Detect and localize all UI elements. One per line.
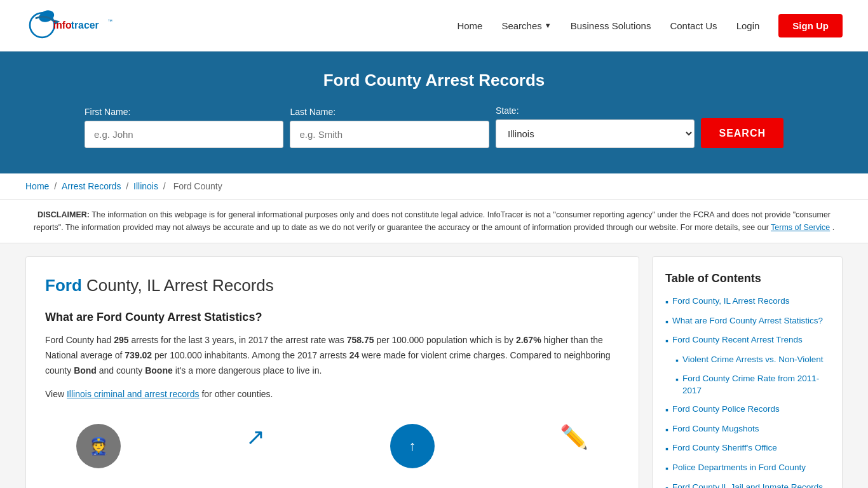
- search-button[interactable]: SEARCH: [701, 118, 783, 148]
- article-paragraph2: View Illinois criminal and arrest record…: [45, 387, 620, 402]
- disclaimer-label: DISCLAIMER:: [37, 210, 90, 219]
- first-name-input[interactable]: [85, 121, 283, 148]
- para2-suffix: for other counties.: [200, 389, 273, 399]
- toc-link-9[interactable]: Police Departments in Ford County: [672, 462, 806, 474]
- toc-item-1: Ford County, IL Arrest Records: [665, 295, 829, 309]
- icon-item-1: 👮: [76, 424, 121, 468]
- toc-item-7: Ford County Mugshots: [665, 423, 829, 437]
- breadcrumb-illinois[interactable]: Illinois: [133, 181, 158, 191]
- nav-signup[interactable]: Sign Up: [778, 14, 843, 37]
- article-title: Ford County, IL Arrest Records: [45, 276, 620, 295]
- toc-item-2: What are Ford County Arrest Statistics?: [665, 315, 829, 329]
- article-section: Ford County, IL Arrest Records What are …: [25, 256, 639, 488]
- pencil-icon: ✏️: [560, 424, 588, 451]
- arrest-stats-icon: 👮: [76, 424, 121, 468]
- nav-login[interactable]: Login: [736, 20, 760, 31]
- toc-item-8: Ford County Sheriff's Office: [665, 442, 829, 456]
- main-content: Ford County, IL Arrest Records What are …: [0, 243, 868, 488]
- icon-item-2: ↗: [246, 424, 265, 468]
- toc-link-4[interactable]: Violent Crime Arrests vs. Non-Violent: [682, 354, 824, 366]
- nav-searches-link[interactable]: Searches: [501, 20, 541, 31]
- hero-title: Ford County Arrest Records: [25, 71, 843, 90]
- toc-link-1[interactable]: Ford County, IL Arrest Records: [672, 295, 790, 308]
- disclaimer-tos-link[interactable]: Terms of Service: [771, 223, 830, 232]
- breadcrumb-arrest-records[interactable]: Arrest Records: [62, 181, 121, 191]
- toc-link-6[interactable]: Ford County Police Records: [672, 403, 780, 416]
- toc-link-2[interactable]: What are Ford County Arrest Statistics?: [672, 315, 823, 327]
- icons-row: 👮 ↗ ↑ ✏️: [45, 411, 620, 468]
- trend-arrow-icon: ↗: [246, 424, 265, 451]
- state-select[interactable]: Illinois Alabama Alaska Arizona Californ…: [496, 119, 695, 148]
- toc-item-5: Ford County Crime Rate from 2011-2017: [675, 373, 829, 397]
- toc-list: Ford County, IL Arrest Records What are …: [665, 295, 829, 488]
- toc-title: Table of Contents: [665, 272, 829, 285]
- state-label: State:: [496, 105, 519, 116]
- first-name-label: First Name:: [85, 107, 130, 117]
- scroll-top-icon[interactable]: ↑: [390, 424, 435, 468]
- toc-link-10[interactable]: Ford County,IL Jail and Inmate Records: [672, 482, 823, 488]
- chevron-down-icon: ▼: [545, 22, 552, 29]
- toc-link-7[interactable]: Ford County Mugshots: [672, 423, 759, 435]
- last-name-group: Last Name:: [290, 107, 489, 148]
- icon-item-3: ↑: [390, 424, 435, 468]
- toc-section: Table of Contents Ford County, IL Arrest…: [652, 256, 843, 488]
- breadcrumb-sep1: /: [54, 181, 59, 191]
- svg-text:™: ™: [108, 18, 113, 24]
- disclaimer-text: The information on this webpage is for g…: [34, 210, 831, 232]
- site-header: info tracer ™ Home Searches ▼ Business S…: [0, 0, 868, 51]
- state-group: State: Illinois Alabama Alaska Arizona C…: [496, 105, 695, 148]
- illinois-records-link[interactable]: Illinois criminal and arrest records: [67, 389, 200, 399]
- toc-item-9: Police Departments in Ford County: [665, 462, 829, 475]
- toc-item-6: Ford County Police Records: [665, 403, 829, 417]
- article-title-rest: County, IL Arrest Records: [82, 276, 274, 295]
- disclaimer-section: DISCLAIMER: The information on this webp…: [0, 200, 868, 243]
- nav-contact-us[interactable]: Contact Us: [670, 20, 717, 31]
- first-name-group: First Name:: [85, 107, 283, 148]
- breadcrumb: Home / Arrest Records / Illinois / Ford …: [0, 173, 868, 200]
- icon-item-4: ✏️: [560, 424, 588, 468]
- breadcrumb-sep3: /: [163, 181, 168, 191]
- nav-searches[interactable]: Searches ▼: [501, 20, 551, 31]
- svg-text:tracer: tracer: [71, 20, 99, 30]
- last-name-label: Last Name:: [290, 107, 336, 117]
- toc-item-4: Violent Crime Arrests vs. Non-Violent: [675, 354, 829, 367]
- toc-item-3: Ford County Recent Arrest Trends: [665, 334, 829, 348]
- breadcrumb-ford-county: Ford County: [173, 181, 222, 191]
- toc-link-5[interactable]: Ford County Crime Rate from 2011-2017: [682, 373, 829, 397]
- last-name-input[interactable]: [290, 121, 489, 148]
- logo[interactable]: info tracer ™: [25, 6, 114, 44]
- disclaimer-suffix: .: [832, 223, 834, 232]
- hero-section: Ford County Arrest Records First Name: L…: [0, 51, 868, 173]
- main-nav: Home Searches ▼ Business Solutions Conta…: [457, 14, 843, 37]
- breadcrumb-home[interactable]: Home: [25, 181, 49, 191]
- breadcrumb-sep2: /: [126, 181, 131, 191]
- svg-text:info: info: [53, 20, 72, 30]
- toc-item-10: Ford County,IL Jail and Inmate Records: [665, 482, 829, 488]
- search-form: First Name: Last Name: State: Illinois A…: [85, 105, 783, 148]
- nav-business-solutions[interactable]: Business Solutions: [571, 20, 651, 31]
- section1-heading: What are Ford County Arrest Statistics?: [45, 311, 620, 324]
- article-paragraph1: Ford County had 295 arrests for the last…: [45, 333, 620, 378]
- article-title-highlight: Ford: [45, 276, 82, 295]
- nav-home[interactable]: Home: [457, 20, 482, 31]
- toc-link-3[interactable]: Ford County Recent Arrest Trends: [672, 334, 803, 346]
- para2-prefix: View: [45, 389, 67, 399]
- toc-link-8[interactable]: Ford County Sheriff's Office: [672, 442, 777, 454]
